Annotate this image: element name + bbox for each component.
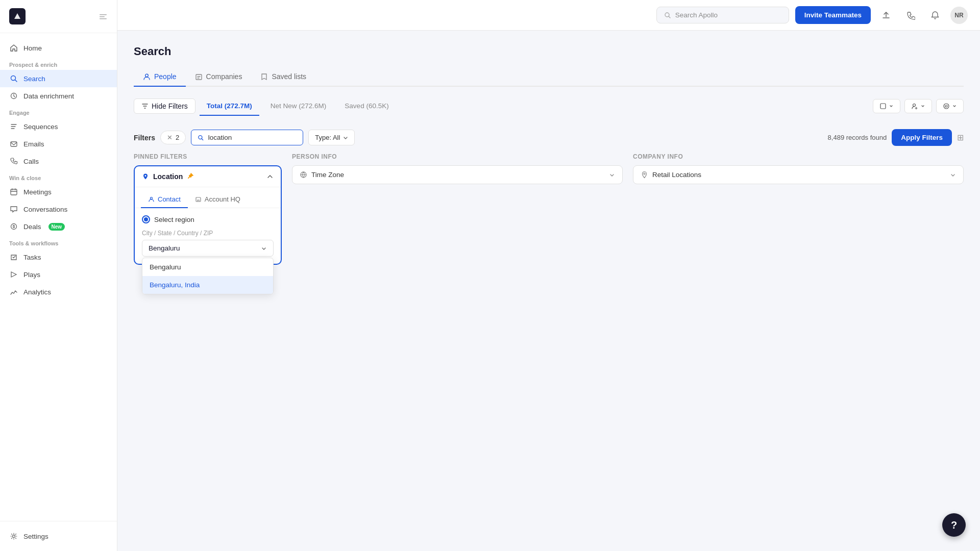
sidebar-item-emails[interactable]: Emails [0, 135, 117, 153]
sidebar-item-search[interactable]: Search [0, 70, 117, 87]
person-info-title: Person Info [292, 153, 623, 160]
page-title: Search [134, 45, 964, 58]
sidebar-item-analytics-label: Analytics [23, 288, 51, 296]
sidebar-item-data-enrichment[interactable]: Data enrichment [0, 87, 117, 105]
add-person-chevron-icon [920, 104, 925, 109]
add-person-icon [911, 103, 918, 110]
hide-filters-button[interactable]: Hide Filters [134, 98, 195, 114]
sidebar-item-settings[interactable]: Settings [0, 528, 117, 545]
dropdown-item-bengaluru-india[interactable]: Bengaluru, India [142, 276, 273, 294]
section-label-engage: Engage [0, 105, 117, 118]
location-filter-card: Location [134, 165, 282, 265]
view-icon [943, 103, 950, 110]
sidebar-nav: Home Prospect & enrich Search Data enric… [0, 33, 117, 521]
location-body: Select region City / State / Country / Z… [135, 208, 281, 264]
sidebar-toggle-icon[interactable] [99, 11, 108, 22]
sidebar-item-enrichment-label: Data enrichment [23, 92, 74, 100]
calls-icon [9, 157, 18, 166]
location-dropdown[interactable]: Bengaluru [142, 240, 274, 257]
location-card-collapse-icon[interactable] [266, 172, 274, 181]
svg-rect-18 [196, 197, 201, 202]
location-tabs: Contact Account HQ [135, 187, 281, 208]
filter-x-icon[interactable]: ✕ [167, 134, 173, 141]
deals-badge: New [48, 223, 65, 231]
select-region-radio[interactable] [142, 215, 150, 223]
sidebar-item-tasks-label: Tasks [23, 254, 41, 261]
view-toggle-button[interactable] [936, 99, 964, 113]
emails-icon [9, 139, 18, 148]
section-label-tools: Tools & workflows [0, 235, 117, 248]
sidebar-item-calls[interactable]: Calls [0, 153, 117, 170]
sidebar-item-plays[interactable]: Plays [0, 266, 117, 283]
sidebar-item-calls-label: Calls [23, 158, 39, 165]
upload-icon[interactable] [877, 6, 895, 24]
select-region-row: Select region [142, 215, 274, 223]
search-apollo-box[interactable]: Search Apollo [656, 7, 789, 23]
sidebar-item-analytics[interactable]: Analytics [0, 283, 117, 300]
tab-saved-lists[interactable]: Saved lists [251, 67, 315, 87]
dropdown-list: Bengaluru Bengaluru, India [142, 258, 274, 294]
location-tab-account-hq[interactable]: Account HQ [188, 191, 248, 208]
people-tab-icon [143, 73, 151, 81]
location-dropdown-wrapper: Bengaluru Bengaluru Bengaluru, [142, 240, 274, 257]
main-area: Search Apollo Invite Teammates NR Search [117, 0, 980, 551]
sidebar-item-tasks[interactable]: Tasks [0, 248, 117, 266]
dropdown-item-bengaluru[interactable]: Bengaluru [142, 258, 273, 276]
tab-companies[interactable]: Companies [186, 67, 252, 87]
type-filter-label: Type: All [315, 134, 340, 141]
invite-teammates-button[interactable]: Invite Teammates [795, 6, 871, 24]
location-card-header: Location [135, 166, 281, 187]
svg-rect-5 [11, 142, 17, 146]
sidebar-bottom: Settings [0, 521, 117, 551]
building-tab-icon [195, 196, 202, 203]
company-info-title: Company Info [633, 153, 964, 160]
time-zone-filter[interactable]: Time Zone [292, 165, 623, 184]
phone-icon[interactable] [901, 6, 920, 24]
svg-point-10 [145, 74, 149, 77]
sidebar-item-deals[interactable]: Deals New [0, 218, 117, 235]
notifications-icon[interactable] [926, 6, 944, 24]
pinned-filters-title: Pinned Filters [134, 153, 282, 160]
user-avatar[interactable]: NR [950, 7, 968, 24]
svg-rect-0 [100, 14, 107, 15]
result-tab-saved[interactable]: Saved (60.5K) [337, 97, 396, 116]
sidebar-item-home[interactable]: Home [0, 39, 117, 57]
svg-point-17 [151, 197, 153, 199]
filter-grid-icon[interactable]: ⊞ [957, 133, 964, 142]
sidebar-item-conversations[interactable]: Conversations [0, 201, 117, 218]
result-tab-total[interactable]: Total (272.7M) [200, 97, 259, 116]
filter-search-box[interactable] [191, 130, 303, 145]
filters-label: Filters [134, 134, 155, 142]
tab-people[interactable]: People [134, 67, 186, 87]
dropdown-value: Bengaluru [149, 244, 180, 252]
filter-search-input[interactable] [208, 134, 297, 141]
filter-count-chip[interactable]: ✕ 2 [160, 131, 186, 144]
result-tab-net-new[interactable]: Net New (272.6M) [263, 97, 334, 116]
filter-icon [141, 103, 149, 110]
help-button[interactable]: ? [942, 513, 966, 537]
retail-locations-filter[interactable]: Retail Locations [633, 165, 964, 184]
sidebar-item-home-label: Home [23, 44, 42, 52]
search-apollo-icon [664, 12, 671, 19]
export-button[interactable] [873, 99, 900, 113]
time-zone-chevron-icon [609, 172, 615, 178]
filters-area: Pinned Filters Location [134, 153, 964, 265]
type-filter-dropdown[interactable]: Type: All [308, 130, 355, 145]
enrichment-icon [9, 91, 18, 101]
deals-icon [9, 222, 18, 231]
location-tab-contact[interactable]: Contact [141, 191, 188, 208]
svg-point-15 [944, 104, 949, 109]
city-state-label: City / State / Country / ZIP [142, 230, 274, 237]
svg-rect-12 [880, 104, 886, 109]
apply-filters-button[interactable]: Apply Filters [892, 129, 952, 146]
sequences-icon [9, 122, 18, 131]
company-info-section: Company Info Retail Locations [633, 153, 964, 265]
sidebar-item-sequences[interactable]: Sequences [0, 118, 117, 135]
add-to-list-button[interactable] [904, 99, 932, 113]
export-chevron-icon [889, 104, 894, 109]
tab-people-label: People [154, 72, 177, 81]
svg-point-8 [13, 535, 15, 538]
page-tabs: People Companies Saved lists [134, 67, 964, 87]
sidebar-item-meetings[interactable]: Meetings [0, 183, 117, 201]
svg-point-14 [945, 105, 947, 107]
